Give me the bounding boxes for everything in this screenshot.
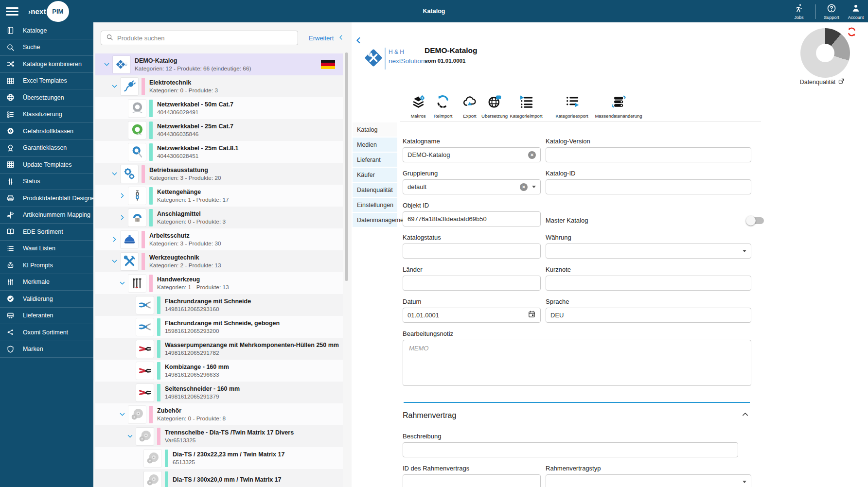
tree-row-seitenschneider-160-mm[interactable]: Seitenschneider - 160 mm1498161206529137… bbox=[95, 382, 343, 403]
chevron-down-icon[interactable] bbox=[108, 83, 121, 89]
sidebar-item-lieferanten[interactable]: Lieferanten bbox=[0, 308, 93, 325]
tab-lieferant[interactable]: Lieferant bbox=[353, 153, 397, 167]
jobs-button[interactable]: Jobs bbox=[791, 3, 807, 20]
sidebar-item-klassifizierung[interactable]: Klassifizierung bbox=[0, 106, 93, 123]
chevron-right-icon[interactable] bbox=[116, 214, 128, 221]
account-button[interactable]: Account bbox=[848, 3, 864, 20]
tree-row-elektrotechnik[interactable]: ElektrotechnikKategorien: 0 - Produkte: … bbox=[95, 75, 343, 97]
katalog-version-input[interactable] bbox=[550, 151, 746, 158]
sidebar-item-ki-prompts[interactable]: KI Prompts bbox=[0, 257, 93, 274]
tab-datenqualit-t[interactable]: Datenqualität bbox=[353, 183, 397, 197]
chevron-down-icon[interactable] bbox=[532, 186, 536, 188]
chevron-down-icon[interactable] bbox=[108, 171, 121, 177]
tab-medien[interactable]: Medien bbox=[353, 138, 397, 152]
toolbar-bersetzung-button[interactable]: Übersetzung bbox=[481, 94, 508, 119]
tree-row-netzwerkkabel-25m-cat-8-1[interactable]: Netzwerkkabel - 25m Cat.8.14044306028451 bbox=[95, 141, 343, 163]
tree-row-kettengeh-nge[interactable]: KettengehängeKategorien: 1 - Produkte: 1… bbox=[95, 185, 343, 207]
collapse-section-button[interactable] bbox=[742, 411, 749, 420]
tree-row-wasserpumpenzange-mit-mehrkomponenten-h-llen-250-mm[interactable]: Wasserpumpenzange mit Mehrkomponenten-Hü… bbox=[95, 338, 343, 360]
sidebar-item-gefahrstoffklassen[interactable]: Gefahrstoffklassen bbox=[0, 123, 93, 140]
tree-row-netzwerkkabel-25m-cat-7[interactable]: Netzwerkkabel - 25m Cat.74044306035846 bbox=[95, 119, 343, 141]
tab-datenmanagement[interactable]: Datenmanagement bbox=[353, 213, 397, 227]
tree-row-flachrundzange-mit-schneide[interactable]: Flachrundzange mit Schneide1498161206529… bbox=[95, 294, 343, 316]
tree-row-subtitle: Kategorien: 1 - Produkte: 17 bbox=[157, 196, 229, 203]
calendar-icon[interactable] bbox=[528, 310, 536, 320]
tree-row-betriebsausstattung[interactable]: BetriebsausstattungKategorien: 3 - Produ… bbox=[95, 163, 343, 185]
chevron-down-icon[interactable] bbox=[108, 258, 121, 264]
sidebar-item-oxomi-sortiment[interactable]: Oxomi Sortiment bbox=[0, 324, 93, 341]
chevron-down-icon[interactable] bbox=[124, 433, 136, 439]
katalog-id-input[interactable] bbox=[550, 183, 746, 191]
toolbar-export-button[interactable]: Export bbox=[462, 94, 477, 119]
tree-row-handwerkzeug[interactable]: HandwerkzeugKategorien: 1 - Produkte: 13 bbox=[95, 272, 343, 294]
tree-row-dia-ts-300x20-0-mm-twin-matrix-17[interactable]: Dia-TS / 300x20,0 mm / Twin Matrix 17 bbox=[95, 469, 343, 487]
chevron-right-icon[interactable] bbox=[116, 192, 128, 199]
sidebar-item-produktdatenblatt-designer[interactable]: Produktdatenblatt Designer bbox=[0, 190, 93, 207]
toolbar-reimport-button[interactable]: Reimport bbox=[434, 94, 453, 119]
product-search[interactable] bbox=[101, 31, 298, 45]
support-button[interactable]: Support bbox=[823, 3, 840, 20]
toolbar-kategorieexport-button[interactable]: Kategorieexport bbox=[555, 94, 588, 119]
rahmenvertragstyp-input[interactable] bbox=[550, 478, 738, 486]
chevron-down-icon[interactable] bbox=[743, 481, 746, 483]
sidebar-item-excel-templates[interactable]: Excel Templates bbox=[0, 73, 93, 90]
sidebar-item-marken[interactable]: Marken bbox=[0, 341, 93, 358]
tree-row-demo-katalog[interactable]: DEMO-KatalogKategorien: 12 - Produkte: 6… bbox=[95, 53, 343, 75]
sidebar-item-update-templates[interactable]: Update Templates bbox=[0, 157, 93, 174]
sidebar-item-artikelnummern-mapping[interactable]: Artikelnummern Mapping bbox=[0, 207, 93, 224]
tree-row-arbeitsschutz[interactable]: ArbeitsschutzKategorien: 3 - Produkte: 3… bbox=[95, 228, 343, 250]
chevron-down-icon[interactable] bbox=[116, 280, 128, 286]
tree-row-flachrundzange-mit-schneide-gebogen[interactable]: Flachrundzange mit Schneide, gebogen1598… bbox=[95, 316, 343, 338]
sidebar-item-merkmale[interactable]: Merkmale bbox=[0, 274, 93, 291]
toolbar-massendaten-nderung-button[interactable]: Massendatenänderung bbox=[595, 94, 642, 119]
tab-einstellungen[interactable]: Einstellungen bbox=[353, 198, 397, 212]
sidebar-item-bersetzungen[interactable]: Übersetzungen bbox=[0, 89, 93, 106]
chevron-right-icon[interactable] bbox=[108, 236, 121, 243]
hamburger-menu-icon[interactable] bbox=[6, 7, 18, 16]
bearbeitungsnotiz-textarea[interactable] bbox=[403, 340, 751, 386]
sidebar-item-garantieklassen[interactable]: Garantieklassen bbox=[0, 140, 93, 157]
collapse-panel-icon[interactable] bbox=[354, 36, 362, 46]
tree-row-dia-ts-230x22-23-mm-twin-matrix-17[interactable]: Dia-TS / 230x22,23 mm / Twin Matrix 1765… bbox=[95, 447, 343, 469]
objekt-id-input[interactable] bbox=[407, 215, 536, 223]
rahmenvertrag-id-input[interactable] bbox=[407, 478, 536, 486]
toolbar-makros-button[interactable]: Makros bbox=[410, 94, 425, 119]
sidebar-item-kataloge[interactable]: Kataloge bbox=[0, 22, 93, 39]
advanced-search-button[interactable]: Erweitert bbox=[309, 35, 344, 42]
search-input[interactable] bbox=[117, 35, 293, 42]
beschreibung-input[interactable] bbox=[407, 446, 733, 453]
chevron-down-icon[interactable] bbox=[743, 250, 746, 252]
tab-k-ufer[interactable]: Käufer bbox=[353, 168, 397, 182]
sidebar-item-ede-sortiment[interactable]: EDE Sortiment bbox=[0, 224, 93, 241]
tree-row-kombizange-160-mm[interactable]: Kombizange - 160 mm14981612065296633 bbox=[95, 360, 343, 382]
tab-katalog[interactable]: Katalog bbox=[353, 122, 397, 137]
sidebar-item-suche[interactable]: Suche bbox=[0, 39, 93, 56]
katalogname-input[interactable] bbox=[407, 151, 528, 158]
sprache-input[interactable] bbox=[550, 312, 746, 319]
clear-icon[interactable]: ✕ bbox=[528, 151, 536, 159]
data-quality-link[interactable]: Datenqualität bbox=[788, 78, 856, 86]
datum-input[interactable] bbox=[407, 312, 524, 319]
kurznote-input[interactable] bbox=[550, 279, 746, 287]
tree-row-anschlagmittel[interactable]: AnschlagmittelKategorien: 0 - Produkte: … bbox=[95, 207, 343, 228]
master-katalog-toggle[interactable] bbox=[747, 217, 764, 224]
katalogstatus-input[interactable] bbox=[407, 247, 536, 255]
waehrung-input[interactable] bbox=[550, 247, 738, 255]
sidebar-item-wawi-listen[interactable]: Wawi Listen bbox=[0, 241, 93, 258]
chevron-down-icon[interactable] bbox=[116, 411, 128, 417]
tree-row-zubeh-r[interactable]: ZubehörKategorien: 0 - Produkte: 8 bbox=[95, 403, 343, 425]
tree-row-netzwerkkabel-50m-cat-7[interactable]: Netzwerkkabel - 50m Cat.74044306029491 bbox=[95, 97, 343, 119]
sidebar-item-label: Excel Templates bbox=[23, 77, 67, 84]
tree-scrollbar[interactable] bbox=[345, 52, 348, 281]
sidebar-item-status[interactable]: Status bbox=[0, 174, 93, 191]
gruppierung-input[interactable] bbox=[407, 183, 520, 191]
tree-row-werkzeugtechnik[interactable]: WerkzeugtechnikKategorien: 2 - Produkte:… bbox=[95, 250, 343, 272]
clear-icon[interactable]: ✕ bbox=[520, 183, 528, 191]
sidebar-item-kataloge-kombinieren[interactable]: Kataloge kombinieren bbox=[0, 56, 93, 73]
toolbar-kategorieimport-button[interactable]: Kategorieimport bbox=[510, 94, 542, 119]
tree-row-trennscheibe-dia-ts-twin-matrix-17-divers[interactable]: Trennscheibe - Dia-TS /Twin Matrix 17 Di… bbox=[95, 425, 343, 447]
sidebar-item-validierung[interactable]: Validierung bbox=[0, 291, 93, 308]
laender-input[interactable] bbox=[407, 279, 536, 287]
chevron-down-icon[interactable] bbox=[100, 61, 113, 68]
refresh-quality-button[interactable] bbox=[847, 27, 857, 37]
